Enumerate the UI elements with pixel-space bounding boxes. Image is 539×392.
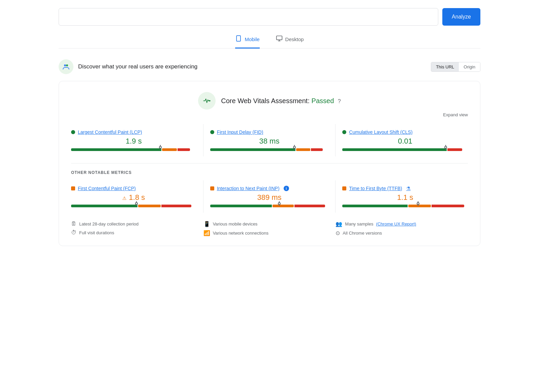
desktop-icon: [276, 35, 283, 43]
fcp-warning-icon: ⚠: [122, 195, 127, 201]
tab-mobile[interactable]: Mobile: [235, 35, 259, 49]
samples-icon: 👥: [336, 221, 342, 227]
mobile-icon: [235, 35, 242, 43]
footer-note-28day: 🗓 Latest 28-day collection period: [71, 221, 203, 227]
lcp-dot: [71, 130, 75, 134]
ttfb-value: 1.1 s: [342, 193, 468, 202]
other-metrics-label: OTHER NOTABLE METRICS: [71, 170, 468, 175]
metric-lcp: Largest Contentful Paint (LCP) 1.9 s: [71, 124, 203, 156]
fcp-label[interactable]: First Contentful Paint (FCP): [71, 186, 196, 191]
svg-point-6: [66, 64, 68, 66]
inp-value: 389 ms: [210, 193, 329, 202]
core-vitals-header: Core Web Vitals Assessment: Passed ?: [71, 92, 468, 110]
network-icon: 📶: [203, 230, 210, 236]
section-header: Discover what your real users are experi…: [59, 59, 480, 74]
analyze-button[interactable]: Analyze: [442, 8, 480, 26]
users-icon: [59, 59, 73, 74]
timer-icon: ⏱: [71, 230, 76, 236]
footer-notes: 🗓 Latest 28-day collection period ⏱ Full…: [71, 221, 468, 236]
footer-col3: 👥 Many samples (Chrome UX Report) ⊙ All …: [336, 221, 468, 236]
section-header-left: Discover what your real users are experi…: [59, 59, 197, 74]
help-icon[interactable]: ?: [338, 98, 341, 104]
fid-label[interactable]: First Input Delay (FID): [210, 129, 329, 135]
ttfb-lab-icon[interactable]: ⚗: [406, 186, 411, 191]
footer-note-samples: 👥 Many samples (Chrome UX Report): [336, 221, 468, 227]
url-bar: https://www.semrush.com/ Analyze: [59, 8, 480, 26]
svg-point-5: [64, 64, 66, 66]
metric-inp: Interaction to Next Paint (INP) i 389 ms: [203, 180, 336, 213]
footer-note-mobile-devices: 📱 Various mobile devices: [203, 221, 336, 227]
fcp-value: ⚠ 1.8 s: [71, 193, 196, 202]
section-title: Discover what your real users are experi…: [78, 63, 197, 70]
this-url-button[interactable]: This URL: [431, 62, 459, 71]
tab-desktop[interactable]: Desktop: [276, 35, 304, 49]
ttfb-label[interactable]: Time to First Byte (TTFB) ⚗: [342, 186, 468, 191]
lcp-value: 1.9 s: [71, 137, 196, 146]
svg-rect-2: [276, 36, 282, 40]
device-tabs: Mobile Desktop: [59, 35, 480, 49]
cls-value: 0.01: [342, 137, 468, 146]
tab-desktop-label: Desktop: [285, 36, 304, 42]
inp-box: [210, 186, 214, 190]
main-card: Core Web Vitals Assessment: Passed ? Exp…: [59, 81, 480, 246]
passed-status: Passed: [312, 97, 334, 104]
mobile-devices-icon: 📱: [203, 221, 210, 227]
metrics-divider: [71, 163, 468, 163]
metric-ttfb: Time to First Byte (TTFB) ⚗ 1.1 s: [336, 180, 468, 213]
calendar-icon: 🗓: [71, 221, 76, 227]
ttfb-bar: [342, 205, 468, 207]
fid-value: 38 ms: [210, 137, 329, 146]
main-metrics-grid: Largest Contentful Paint (LCP) 1.9 s Fir…: [71, 124, 468, 156]
ttfb-box: [342, 186, 346, 190]
chrome-ux-report-link[interactable]: (Chrome UX Report): [376, 221, 416, 227]
fid-dot: [210, 130, 214, 134]
url-input[interactable]: https://www.semrush.com/: [59, 8, 438, 26]
fcp-box: [71, 186, 75, 190]
inp-info-icon[interactable]: i: [284, 186, 289, 191]
lcp-label[interactable]: Largest Contentful Paint (LCP): [71, 129, 196, 135]
other-metrics-grid: First Contentful Paint (FCP) ⚠ 1.8 s: [71, 180, 468, 213]
footer-col2: 📱 Various mobile devices 📶 Various netwo…: [203, 221, 336, 236]
metric-fcp: First Contentful Paint (FCP) ⚠ 1.8 s: [71, 180, 203, 213]
metric-fid: First Input Delay (FID) 38 ms: [203, 124, 336, 156]
expand-view-link[interactable]: Expand view: [71, 112, 468, 117]
vitals-icon: [198, 92, 216, 110]
footer-note-network: 📶 Various network connections: [203, 230, 336, 236]
cls-label[interactable]: Cumulative Layout Shift (CLS): [342, 129, 468, 135]
url-origin-toggle: This URL Origin: [431, 62, 480, 72]
footer-col1: 🗓 Latest 28-day collection period ⏱ Full…: [71, 221, 203, 236]
tab-mobile-label: Mobile: [245, 36, 259, 42]
inp-bar: [210, 205, 329, 207]
chrome-icon: ⊙: [336, 230, 340, 236]
origin-button[interactable]: Origin: [459, 62, 480, 71]
cls-bar: [342, 148, 468, 151]
core-vitals-title: Core Web Vitals Assessment: Passed ?: [221, 97, 341, 105]
footer-note-chrome: ⊙ All Chrome versions: [336, 230, 468, 236]
fid-bar: [210, 148, 329, 151]
metric-cls: Cumulative Layout Shift (CLS) 0.01: [336, 124, 468, 156]
cls-dot: [342, 130, 346, 134]
inp-label[interactable]: Interaction to Next Paint (INP) i: [210, 186, 329, 191]
svg-rect-0: [237, 36, 241, 41]
fcp-bar: [71, 205, 196, 207]
lcp-bar: [71, 148, 196, 151]
svg-point-9: [208, 100, 209, 101]
footer-note-visit: ⏱ Full visit durations: [71, 230, 203, 236]
